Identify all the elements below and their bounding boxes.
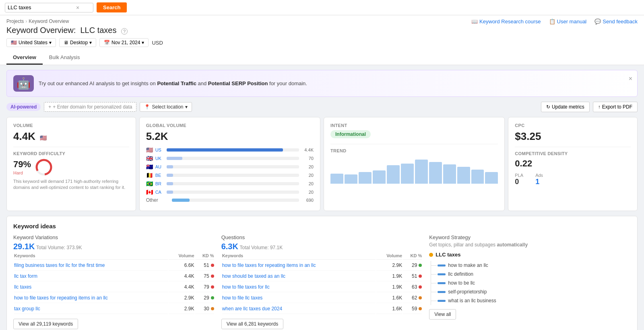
kw-link[interactable]: when are llc taxes due 2024 (222, 306, 282, 312)
device-filter[interactable]: 🖥 Desktop ▾ (59, 38, 96, 47)
vol-cell: 2.9K (376, 260, 402, 271)
feedback-link-label: Send feedback (603, 18, 638, 25)
help-icon[interactable]: ? (121, 28, 128, 35)
kd-cell: 29 (195, 293, 214, 303)
ai-banner-text2: and (198, 80, 208, 86)
global-volume-label: Global Volume (146, 123, 314, 128)
trend-bar (359, 172, 372, 184)
table-row: how to file taxes for llc 1.9K 63 (222, 282, 422, 292)
refresh-icon: ↻ (546, 104, 550, 110)
trend-bar (415, 160, 428, 184)
table-row: how should be taxed as an llc 1.9K 51 (222, 271, 422, 281)
top-nav: Projects › Keyword Overview Keyword Over… (0, 15, 644, 65)
search-input[interactable] (8, 4, 76, 10)
volume-number: 4.4K (13, 130, 35, 142)
trend-bar (443, 164, 456, 184)
view-all-variations[interactable]: View all 29,119 keywords (13, 319, 78, 329)
kw-link[interactable]: llc taxes (14, 284, 31, 290)
volume-label: Volume (13, 123, 129, 128)
left-header: Projects › Keyword Overview Keyword Over… (6, 18, 163, 49)
uk-bar (167, 157, 183, 160)
tree-item-label: llc definition (448, 271, 473, 277)
volume-kd-card: Volume 4.4K 🇺🇸 Keyword Difficulty 79% Ha… (6, 117, 136, 211)
kw-cell: how to file taxes for repeating items in… (222, 260, 376, 271)
export-button[interactable]: ↑ Export to PDF (593, 102, 638, 112)
kw-link[interactable]: filing business taxes for llc for the fi… (14, 262, 105, 268)
kd-cell: 30 (195, 304, 214, 314)
plus-icon: + (48, 104, 51, 110)
be-code: BE (155, 173, 164, 178)
location-icon: 📍 (144, 104, 150, 110)
tree-item: llc definition (431, 270, 631, 279)
kd-circle-chart (35, 158, 53, 176)
kw-link[interactable]: how to file taxes for llc (222, 284, 270, 290)
domain-input[interactable]: + + Enter domain for personalized data (44, 102, 136, 112)
global-volume-card: Global Volume 5.2K 🇺🇸 US 4.4K 🇬🇧 UK 70 🇦… (139, 117, 320, 211)
location-button[interactable]: 📍 Select location ▾ (140, 102, 192, 112)
kd-dot (419, 296, 422, 299)
ca-bar (167, 191, 173, 194)
manual-link[interactable]: 📋 User manual (549, 18, 587, 25)
us-code: US (155, 148, 164, 152)
search-button[interactable]: Search (97, 2, 127, 12)
tab-overview[interactable]: Overview (6, 51, 43, 65)
cpc-divider (515, 147, 631, 147)
strategy-tree: how to make an llcllc definitionhow to b… (429, 261, 631, 305)
feedback-icon: 💬 (594, 18, 601, 25)
kw-link[interactable]: llc tax form (14, 273, 37, 279)
kw-cell: how to file llc taxes (222, 293, 376, 303)
kw-cell: when are llc taxes due 2024 (222, 304, 376, 314)
country-label: United States (19, 40, 47, 45)
course-link-label: Keyword Research course (479, 18, 541, 25)
strategy-desc: Get topics, pillar and subpages automati… (429, 242, 631, 248)
ads-value: 1 (535, 178, 539, 186)
metrics-row: Volume 4.4K 🇺🇸 Keyword Difficulty 79% Ha… (6, 117, 638, 211)
kw-link[interactable]: how to file taxes for repeating items in… (222, 262, 316, 268)
kd-dot (211, 264, 214, 267)
br-val: 20 (301, 181, 314, 186)
trend-bar (401, 164, 414, 184)
keyword-ideas-title: Keyword ideas (13, 223, 631, 230)
br-flag: 🇧🇷 (146, 180, 153, 187)
tree-item-label: self-proprietorship (448, 289, 487, 295)
kw-cell: how to file taxes for llc (222, 282, 376, 292)
country-bars: 🇺🇸 US 4.4K 🇬🇧 UK 70 🇦🇺 AU 20 (146, 147, 314, 203)
tree-bar (438, 291, 446, 293)
variations-table: Keywords Volume KD % filing business tax… (13, 251, 215, 315)
uk-val: 70 (301, 156, 314, 161)
vol-cell: 1.9K (376, 282, 402, 292)
page-title-prefix: Keyword Overview: (6, 26, 76, 35)
ca-code: CA (155, 190, 164, 195)
view-all-questions[interactable]: View all 6,281 keywords (221, 319, 284, 329)
kw-link[interactable]: how to file llc taxes (222, 295, 263, 301)
kw-link[interactable]: how should be taxed as an llc (222, 273, 285, 279)
br-bar-wrap (167, 182, 299, 185)
update-metrics-button[interactable]: ↻ Update metrics (541, 102, 590, 112)
tree-root: LLC taxes (429, 252, 631, 258)
manual-icon: 📋 (549, 18, 555, 25)
kw-link[interactable]: how to file taxes for repeating items in… (14, 295, 108, 301)
variations-total: Total Volume: 373.9K (36, 245, 82, 250)
breadcrumb-projects[interactable]: Projects (6, 18, 24, 24)
view-all-strategy[interactable]: View all (429, 309, 456, 320)
variations-title: Keyword Variations (13, 234, 215, 240)
ai-banner-close[interactable]: × (629, 75, 632, 82)
kd-cell: 51 (403, 271, 422, 281)
vol-cell: 1.6K (376, 304, 402, 314)
tree-item: how to be llc (431, 279, 631, 287)
questions-col: Questions 6.3K Total Volume: 97.1K Keywo… (221, 234, 423, 329)
clear-icon[interactable]: × (76, 4, 79, 11)
date-filter[interactable]: 📅 Nov 21, 2024 ▾ (99, 38, 149, 47)
intent-trend-card: Intent Informational Trend (324, 117, 505, 211)
country-row-other: Other 690 (146, 197, 314, 203)
vol-cell: 6.6K (169, 260, 194, 271)
course-link[interactable]: 📖 Keyword Research course (471, 18, 541, 25)
trend-chart (330, 156, 498, 184)
country-filter[interactable]: 🇺🇸 United States ▾ (6, 38, 56, 47)
ai-banner-icon: 🤖 (13, 75, 34, 92)
pla-label: PLA (515, 173, 523, 178)
tab-bulk-analysis[interactable]: Bulk Analysis (43, 51, 87, 65)
feedback-link[interactable]: 💬 Send feedback (594, 18, 638, 25)
kw-link[interactable]: tax group llc (14, 306, 40, 312)
ideas-columns: Keyword Variations 29.1K Total Volume: 3… (13, 234, 631, 329)
